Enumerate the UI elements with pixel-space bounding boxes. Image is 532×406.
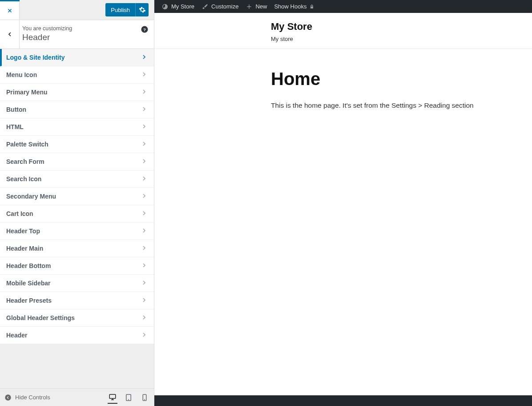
dashboard-icon	[161, 3, 169, 10]
svg-text:?: ?	[143, 27, 146, 32]
help-icon: ?	[141, 25, 149, 33]
preview-footer-bar	[154, 395, 532, 406]
device-mobile-button[interactable]	[140, 391, 149, 404]
gear-icon	[139, 6, 146, 13]
panel-list-item[interactable]: Header	[0, 327, 154, 344]
page-title: Home	[271, 69, 532, 89]
panel-list-item-label: Search Icon	[6, 175, 41, 183]
publish-button[interactable]: Publish	[105, 3, 135, 16]
panel-list-item[interactable]: Button	[0, 101, 154, 118]
panel-list-item[interactable]: Search Icon	[0, 171, 154, 188]
adminbar-site-name: My Store	[171, 3, 194, 10]
chevron-left-icon	[6, 31, 13, 38]
panel-list-item-label: Secondary Menu	[6, 193, 56, 200]
panel-list-item-label: Mobile Sidebar	[6, 280, 51, 287]
panel-list-item-label: Logo & Site Identity	[6, 54, 64, 61]
page-content: Home This is the home page. It's set fro…	[271, 49, 532, 110]
panel-list-item[interactable]: Secondary Menu	[0, 188, 154, 205]
panel-list-item-label: Search Form	[6, 158, 44, 165]
device-tablet-button[interactable]	[124, 391, 133, 404]
panel-list-item[interactable]: Cart Icon	[0, 205, 154, 223]
chevron-right-icon	[141, 262, 148, 270]
chevron-right-icon	[141, 123, 148, 131]
device-preview-buttons	[108, 391, 149, 404]
chevron-right-icon	[141, 331, 148, 340]
panel-list-item[interactable]: Header Top	[0, 223, 154, 240]
adminbar-new-link[interactable]: New	[242, 0, 270, 13]
close-customizer-button[interactable]	[0, 1, 20, 20]
adminbar-show-hooks-label: Show Hooks	[274, 3, 306, 10]
preview-area: My Store Customize New Show Hooks My Sto…	[154, 0, 532, 406]
close-icon	[7, 8, 13, 14]
svg-rect-3	[109, 394, 116, 398]
panel-section-title: Header	[22, 32, 148, 42]
panel-header: You are customizing Header ?	[0, 20, 154, 49]
panel-list-item[interactable]: Search Form	[0, 153, 154, 171]
chevron-right-icon	[141, 88, 148, 97]
panel-subhead: You are customizing	[22, 25, 148, 32]
help-button[interactable]: ?	[141, 25, 149, 33]
chevron-right-icon	[141, 140, 148, 149]
panel-list-item[interactable]: Mobile Sidebar	[0, 275, 154, 292]
panel-list-item[interactable]: Header Bottom	[0, 257, 154, 275]
adminbar-customize-link[interactable]: Customize	[198, 0, 242, 13]
panel-footer: Hide Controls	[0, 388, 154, 406]
customizer-panel: Publish You are customizing Header ? Log…	[0, 0, 154, 406]
hide-controls-label: Hide Controls	[15, 394, 50, 401]
chevron-right-icon	[141, 314, 148, 322]
chevron-right-icon	[141, 296, 148, 305]
panel-list-item-label: Header Presets	[6, 297, 52, 304]
panel-list-item-label: Global Header Settings	[6, 314, 75, 321]
panel-list-item-label: Header	[6, 332, 27, 339]
panel-list-item[interactable]: Palette Switch	[0, 136, 154, 153]
chevron-right-icon	[141, 244, 148, 253]
desktop-icon	[109, 393, 117, 401]
adminbar-site-link[interactable]: My Store	[158, 0, 198, 13]
admin-bar: My Store Customize New Show Hooks	[154, 0, 532, 13]
chevron-right-icon	[141, 71, 148, 79]
panel-list-item[interactable]: Header Main	[0, 240, 154, 257]
panel-list: Logo & Site IdentityMenu IconPrimary Men…	[0, 49, 154, 388]
svg-point-2	[5, 394, 11, 400]
panel-list-item[interactable]: Menu Icon	[0, 66, 154, 84]
panel-list-item[interactable]: HTML	[0, 118, 154, 136]
panel-list-item[interactable]: Header Presets	[0, 292, 154, 309]
mobile-icon	[141, 394, 149, 402]
adminbar-customize-label: Customize	[211, 3, 238, 10]
svg-point-5	[129, 399, 129, 400]
lock-icon	[309, 4, 314, 9]
brush-icon	[202, 3, 209, 10]
hide-controls-button[interactable]: Hide Controls	[4, 394, 50, 401]
panel-actions: Publish	[0, 0, 154, 20]
chevron-right-icon	[141, 210, 148, 218]
chevron-right-icon	[141, 279, 148, 288]
chevron-right-icon	[141, 106, 148, 114]
plus-icon	[246, 3, 253, 10]
svg-rect-9	[310, 6, 313, 8]
publish-settings-button[interactable]	[135, 3, 149, 16]
site-preview: My Store My store Home This is the home …	[154, 13, 532, 406]
chevron-right-icon	[141, 53, 148, 62]
publish-group: Publish	[105, 3, 149, 16]
site-title[interactable]: My Store	[271, 21, 532, 32]
chevron-right-icon	[141, 192, 148, 201]
site-header: My Store My store	[154, 13, 532, 49]
panel-list-item-label: HTML	[6, 123, 24, 130]
panel-list-item-label: Header Bottom	[6, 262, 51, 269]
panel-list-item[interactable]: Logo & Site Identity	[0, 49, 154, 66]
panel-list-item[interactable]: Global Header Settings	[0, 309, 154, 327]
device-desktop-button[interactable]	[108, 391, 117, 404]
panel-list-item[interactable]: Primary Menu	[0, 84, 154, 101]
panel-list-item-label: Cart Icon	[6, 210, 33, 217]
adminbar-new-label: New	[255, 3, 267, 10]
panel-list-item-label: Button	[6, 106, 26, 113]
panel-list-item-label: Header Main	[6, 245, 43, 252]
adminbar-show-hooks-link[interactable]: Show Hooks	[270, 0, 318, 13]
chevron-right-icon	[141, 175, 148, 183]
panel-list-item-label: Menu Icon	[6, 71, 37, 78]
panel-list-item-label: Header Top	[6, 227, 40, 235]
back-button[interactable]	[0, 20, 20, 49]
svg-point-7	[145, 399, 145, 400]
panel-list-item-label: Palette Switch	[6, 141, 48, 148]
panel-list-item-label: Primary Menu	[6, 89, 48, 96]
